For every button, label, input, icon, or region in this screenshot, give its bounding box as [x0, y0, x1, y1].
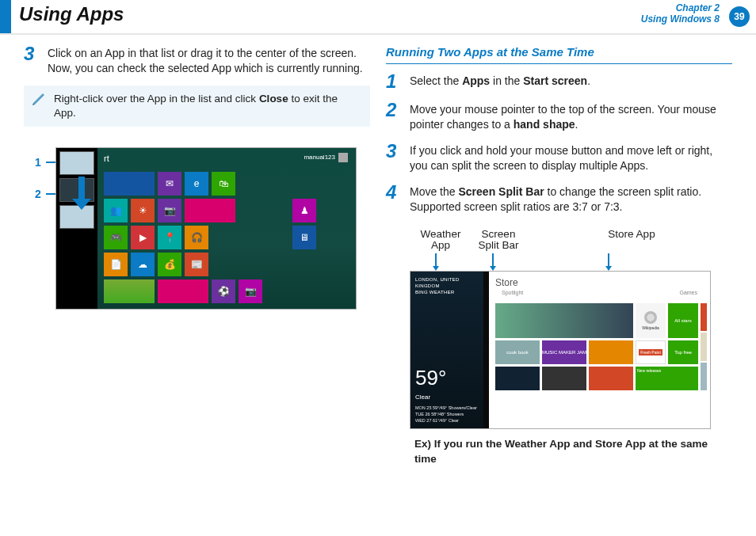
example-caption: Ex) If you run the Weather App and Store…: [414, 437, 732, 466]
step-text: If you click and hold your mouse button …: [410, 142, 732, 173]
tile-grid: ✉ e 🛍 👥 ☀ 📷 ♟ 🎮 ▶ 📍 🎧 🖥 📄: [104, 172, 316, 303]
tile[interactable]: ♟: [292, 199, 316, 222]
callout-2: 2: [35, 187, 41, 202]
tile[interactable]: e: [185, 172, 208, 196]
page-title: Using Apps: [11, 0, 641, 33]
step-number: 3: [386, 142, 402, 173]
store-edge-tiles: [701, 303, 707, 390]
store-tile[interactable]: [589, 340, 633, 364]
step-number: 2: [386, 101, 402, 132]
tile[interactable]: 👥: [104, 199, 128, 222]
start-label: rt: [104, 153, 109, 165]
step-text: Click on an App in that list or drag it …: [48, 44, 370, 76]
store-tile[interactable]: Fresh Paint: [636, 340, 666, 364]
store-tile[interactable]: New releases: [636, 367, 698, 390]
drag-arrow-icon: [72, 177, 91, 210]
tile[interactable]: [158, 279, 208, 303]
store-grid: Wikipedia All stars cook book MUSIC MAKE…: [489, 300, 710, 428]
figure-two-apps: Weather App Screen Split Bar Store App L…: [386, 224, 732, 466]
weather-app-pane[interactable]: LONDON, UNITED KINGDOM BING WEATHER 59° …: [410, 272, 483, 428]
tile[interactable]: 🎮: [104, 226, 128, 249]
page-number: 39: [729, 6, 750, 27]
store-app-pane[interactable]: Store Spotlight Games Wikipedia All star…: [489, 272, 710, 428]
store-tile[interactable]: Wikipedia: [636, 303, 666, 338]
forecast-row: MON 25 59°/49° Showers/Clear: [415, 405, 479, 412]
tile[interactable]: 🛍: [212, 172, 235, 196]
tile[interactable]: ⚽: [212, 279, 235, 303]
store-tile-hero[interactable]: [495, 303, 633, 338]
user-name: manual123: [304, 154, 335, 162]
tile[interactable]: 🎧: [185, 226, 208, 249]
step-4: 4 Move the Screen Split Bar to change th…: [386, 183, 732, 215]
svg-rect-0: [78, 177, 85, 199]
tile[interactable]: [185, 199, 235, 222]
step-text: Select the Apps in the Start screen.: [410, 72, 732, 91]
pointer-icon: [492, 253, 494, 268]
app-thumb[interactable]: [59, 151, 94, 175]
step-number: 1: [386, 72, 402, 91]
note-bold: Close: [259, 93, 288, 105]
tile[interactable]: 📷: [158, 199, 181, 222]
step-1: 1 Select the Apps in the Start screen.: [386, 72, 732, 91]
store-tile[interactable]: [542, 367, 586, 390]
step-number: 4: [386, 183, 402, 215]
screen-split-bar[interactable]: [483, 272, 489, 428]
note-text-a: Right-click over the App in the list and…: [54, 93, 259, 105]
step-number: 3: [24, 44, 40, 76]
store-tile[interactable]: MUSIC MAKER JAM: [542, 340, 586, 364]
pointer-icon: [608, 253, 609, 268]
section-heading: Running Two Apps at the Same Time: [386, 44, 732, 64]
weather-condition: Clear: [415, 393, 479, 402]
label-splitbar: Screen Split Bar: [475, 229, 522, 253]
tile[interactable]: ✉: [158, 172, 181, 196]
step-text: Move your mouse pointer to the top of th…: [410, 101, 732, 132]
store-title: Store: [489, 272, 710, 289]
globe-icon: [644, 311, 657, 324]
step-text: Move the Screen Split Bar to change the …: [410, 183, 732, 215]
header-right: Chapter 2 Using Windows 8 39: [641, 0, 756, 33]
pointer-row: [410, 253, 732, 271]
page-body: 3 Click on an App in that list or drag i…: [0, 35, 756, 466]
label-weather: Weather App: [413, 229, 468, 253]
tile[interactable]: [104, 172, 155, 196]
chapter-label: Chapter 2: [641, 3, 720, 13]
figure-labels: Weather App Screen Split Bar Store App: [410, 229, 732, 253]
chapter-subtitle: Using Windows 8: [641, 13, 720, 25]
weather-location: LONDON, UNITED KINGDOM BING WEATHER: [415, 276, 483, 295]
store-tile[interactable]: [589, 367, 633, 390]
store-tile[interactable]: cook book: [495, 340, 540, 364]
forecast-row: WED 27 61°/49° Clear: [415, 418, 479, 424]
pointer-icon: [435, 253, 437, 268]
tile[interactable]: ▶: [131, 226, 155, 249]
avatar-icon: [338, 153, 348, 162]
store-tile[interactable]: [495, 367, 540, 390]
right-column: Running Two Apps at the Same Time 1 Sele…: [378, 41, 740, 466]
store-tile[interactable]: Top free: [668, 340, 698, 364]
tile[interactable]: [104, 279, 155, 303]
left-column: 3 Click on an App in that list or drag i…: [16, 41, 378, 466]
callout-1: 1: [35, 155, 41, 170]
figure-start-screen: 1 2 rt manual123: [24, 139, 370, 310]
tile[interactable]: 📍: [158, 226, 181, 249]
tile[interactable]: ☁: [131, 253, 155, 276]
tile[interactable]: 🖥: [292, 226, 316, 249]
tile[interactable]: 📷: [239, 279, 262, 303]
user-account[interactable]: manual123: [304, 153, 348, 162]
tile[interactable]: 📄: [104, 253, 128, 276]
store-section: Spotlight: [495, 289, 529, 299]
header-accent: [0, 0, 11, 33]
step-3: 3 If you click and hold your mouse butto…: [386, 142, 732, 173]
split-screen-mock: LONDON, UNITED KINGDOM BING WEATHER 59° …: [410, 271, 711, 429]
forecast-row: TUE 26 58°/48° Showers: [415, 412, 479, 418]
tile[interactable]: 📰: [185, 253, 208, 276]
tile[interactable]: ☀: [131, 199, 155, 222]
tile[interactable]: 💰: [158, 253, 181, 276]
page-header: Using Apps Chapter 2 Using Windows 8 39: [0, 0, 756, 35]
note-box: Right-click over the App in the list and…: [24, 86, 370, 127]
store-tile[interactable]: All stars: [668, 303, 698, 338]
label-store: Store App: [584, 229, 679, 253]
svg-marker-1: [72, 199, 91, 210]
start-screen-mock: rt manual123 ✉ e 🛍 👥 ☀ 📷 ♟: [55, 147, 357, 310]
note-icon: [32, 92, 46, 111]
app-switcher-sidebar: [56, 148, 97, 309]
